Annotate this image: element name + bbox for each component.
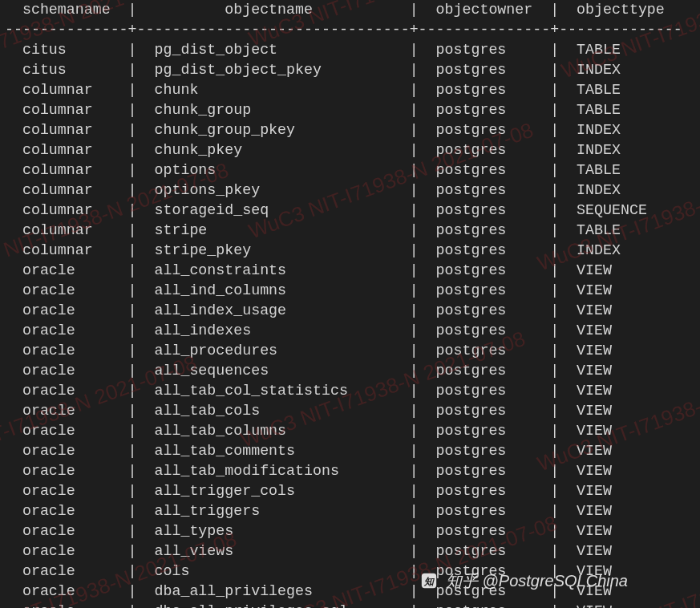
psql-result-table: schemaname | objectname | objectowner | … bbox=[0, 0, 700, 608]
